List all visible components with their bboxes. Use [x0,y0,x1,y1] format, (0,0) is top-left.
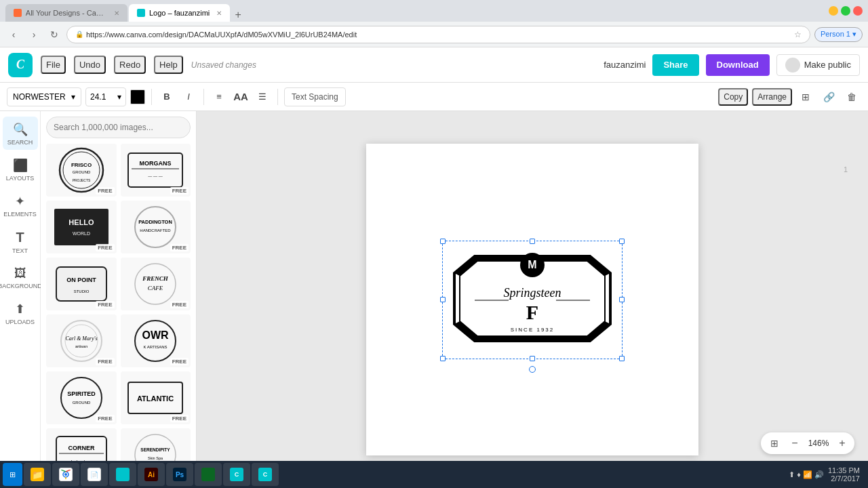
chrome-icon [59,468,73,481]
redo-button[interactable]: Redo [114,56,146,74]
svg-text:GROUND: GROUND [72,401,90,405]
make-public-button[interactable]: Make public [776,54,860,76]
left-sidebar: 🔍 SEARCH ⬛ LAYOUTS ✦ ELEMENTS T TEXT 🖼 B… [0,111,41,488]
search-icon: 🔍 [13,122,28,137]
taskbar-photoshop[interactable]: Ps [166,463,193,486]
tab1-favicon [14,9,22,17]
link-button[interactable]: 🔗 [819,87,838,106]
tab-all-designs[interactable]: All Your Designs - Canva ✕ [5,4,127,22]
crop-button[interactable]: ⊞ [796,87,815,106]
svg-text:SPIRITED: SPIRITED [67,390,96,397]
unsaved-changes-label: Unsaved changes [191,60,256,70]
svg-text:CORNER: CORNER [68,445,95,451]
person-button[interactable]: Person 1 ▾ [814,27,863,42]
list-item[interactable]: FRENCH CAFE FREE [121,258,191,310]
zoom-in-button[interactable]: + [834,435,850,451]
list-item[interactable]: Carl & Mary's artisan FREE [46,314,117,367]
canvas-area[interactable]: M Springsteen F SINCE 1932 + Add a new p… [197,111,868,488]
file-menu[interactable]: File [41,56,66,74]
handle-mr[interactable] [619,297,625,302]
tab2-close[interactable]: ✕ [216,9,222,17]
reload-button[interactable]: ↻ [46,26,62,43]
sidebar-item-text[interactable]: T TEXT [3,224,38,258]
taskbar-notepad[interactable]: 📄 [81,463,108,486]
svg-line-103 [66,470,71,472]
sidebar-item-search[interactable]: 🔍 SEARCH [3,117,38,150]
window-close[interactable] [853,6,863,16]
canva-topbar: C File Undo Redo Help Unsaved changes fa… [0,47,868,83]
extra1-icon [201,468,215,481]
font-dropdown-icon: ▾ [71,92,75,102]
taskbar-file-explorer[interactable]: 📁 [24,463,51,486]
download-button[interactable]: Download [706,54,770,76]
free-badge: FREE [170,415,189,422]
list-item[interactable]: PADDINGTON HANDCRAFTED FREE [121,201,191,253]
handle-ml[interactable] [440,297,446,302]
back-button[interactable]: ‹ [5,26,22,43]
sidebar-item-background[interactable]: 🖼 BACKGROUND [3,261,38,293]
sidebar-item-elements[interactable]: ✦ ELEMENTS [3,188,38,222]
free-badge: FREE [170,358,189,365]
list-item[interactable]: ON POINT STUDIO FREE [46,258,117,310]
list-button[interactable]: ☰ [254,88,271,106]
delete-button[interactable]: 🗑 [842,87,861,106]
taskbar-chrome[interactable] [52,463,79,486]
tab1-close[interactable]: ✕ [114,9,119,17]
list-item[interactable]: OWR K ARTISANS FREE [121,314,191,367]
taskbar-canva[interactable] [109,463,136,486]
start-button[interactable]: ⊞ [3,463,22,486]
grid-toggle-button[interactable]: ⊞ [765,434,784,453]
canva-logo[interactable]: C [8,53,33,77]
taskbar-canva2[interactable]: C [223,463,250,486]
handle-bl[interactable] [440,356,446,361]
italic-button[interactable]: I [180,88,197,106]
bold-button[interactable]: B [158,88,176,106]
sidebar-item-layouts[interactable]: ⬛ LAYOUTS [3,152,38,186]
arrange-button[interactable]: Arrange [752,88,792,106]
new-tab-button[interactable]: + [231,8,245,22]
font-color-swatch[interactable] [130,89,145,104]
svg-point-25 [135,321,176,361]
make-public-label: Make public [804,60,851,70]
list-item[interactable]: HELLO WORLD FREE [46,201,117,253]
share-button[interactable]: Share [652,54,698,76]
align-left-button[interactable]: ≡ [210,88,228,106]
address-field[interactable]: 🔒 https://www.canva.com/design/DACMaUUXp… [66,26,810,43]
font-size-selector[interactable]: 24.1 ▾ [85,87,126,106]
handle-br[interactable] [619,356,625,361]
help-button[interactable]: Help [154,56,183,74]
free-badge: FREE [170,244,189,251]
illustrator-icon: Ai [144,468,158,481]
forward-button[interactable]: › [26,26,42,43]
list-item[interactable]: ATLANTIC FREE [121,371,191,424]
divider1 [151,89,152,105]
svg-text:M: M [528,259,536,270]
design-element[interactable]: M Springsteen F SINCE 1932 [448,246,617,354]
window-minimize[interactable] [829,6,838,16]
copy-button[interactable]: Copy [718,88,748,106]
handle-tm[interactable] [530,239,535,244]
taskbar-extra1[interactable] [195,463,222,486]
zoom-level: 146% [806,439,831,448]
zoom-out-button[interactable]: − [787,435,803,451]
font-size-large-button[interactable]: AA [232,88,250,106]
bookmark-icon[interactable]: ☆ [794,30,802,39]
undo-button[interactable]: Undo [74,56,106,74]
handle-bm[interactable] [530,356,535,361]
list-item[interactable]: SPIRITED GROUND FREE [46,371,117,424]
taskbar-illustrator[interactable]: Ai [138,463,165,486]
handle-tl[interactable] [440,239,446,244]
svg-text:HELLO: HELLO [68,218,94,226]
search-input[interactable] [46,117,191,138]
tab-logo[interactable]: Logo – fauzanzimi ✕ [129,4,230,22]
window-maximize[interactable] [841,6,850,16]
list-item[interactable]: FRISCO GROUND PROJECTS FREE [46,144,117,197]
taskbar-canva3[interactable]: C [252,463,279,486]
rotate-handle[interactable] [529,366,536,373]
sidebar-item-uploads[interactable]: ⬆ UPLOADS [3,296,38,329]
text-spacing-button[interactable]: Text Spacing [284,87,346,106]
list-item[interactable]: MORGANS — — — FREE [121,144,191,197]
handle-tr[interactable] [619,239,625,244]
font-selector[interactable]: NORWESTER ▾ [7,87,81,106]
svg-text:OWR: OWR [142,329,170,341]
